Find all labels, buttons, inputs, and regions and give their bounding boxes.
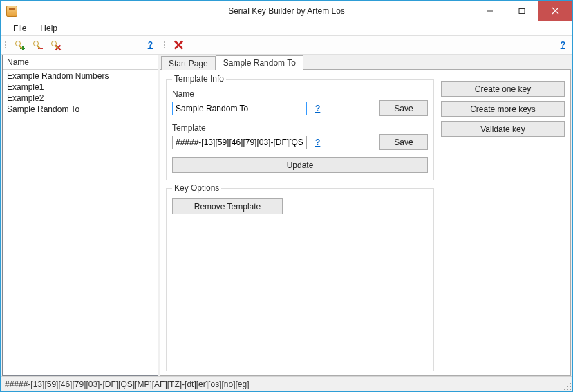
toolstrip-grip[interactable] [3, 38, 8, 52]
statusbar-text: #####-[13][59][46][79][03]-[DF][QS][MP][… [5, 380, 250, 389]
maximize-icon [518, 8, 525, 15]
template-list[interactable]: Name Example Random Numbers Example1 Exa… [2, 55, 158, 376]
template-list-body: Example Random Numbers Example1 Example2… [3, 70, 158, 375]
template-help[interactable]: ? [311, 138, 324, 147]
close-tab-icon [173, 39, 184, 50]
template-label: Template [172, 123, 428, 133]
left-panel: Name Example Random Numbers Example1 Exa… [2, 55, 158, 376]
right-toolstrip: ? [160, 36, 572, 54]
app-window: Serial Key Builder by Artem Los File Hel… [0, 0, 573, 392]
window-controls [474, 1, 572, 21]
svg-rect-1 [519, 8, 525, 13]
remove-template-button[interactable] [30, 37, 45, 53]
minimize-icon [487, 8, 494, 15]
key-remove-icon [32, 39, 43, 50]
left-toolstrip-help[interactable]: ? [144, 40, 157, 50]
list-item[interactable]: Example1 [3, 82, 158, 93]
template-input[interactable] [172, 136, 307, 149]
template-list-header[interactable]: Name [3, 55, 158, 70]
tab-start-page[interactable]: Start Page [161, 56, 216, 70]
tabs-row: Start Page Sample Random To [160, 55, 571, 69]
update-button[interactable]: Update [172, 157, 428, 173]
key-options-group: Key Options Remove Template [166, 183, 434, 371]
content-area: ? ? Name Example Random Numbers Example1 [1, 35, 572, 391]
minimize-button[interactable] [474, 1, 506, 21]
toolstrip-row: ? ? [1, 35, 572, 55]
validate-key-button[interactable]: Validate key [441, 121, 565, 137]
app-icon [6, 6, 17, 17]
right-area: Start Page Sample Random To Template Inf… [160, 55, 571, 376]
window-title: Serial Key Builder by Artem Los [228, 6, 345, 16]
list-item[interactable]: Example2 [3, 93, 158, 104]
tab-sample-random-to[interactable]: Sample Random To [216, 55, 303, 70]
panel-left-column: Template Info Name ? Save Template [166, 74, 434, 371]
toolstrip-grip-right[interactable] [162, 38, 167, 52]
create-one-key-button[interactable]: Create one key [441, 81, 565, 97]
key-delete-icon [50, 39, 61, 50]
delete-template-button[interactable] [48, 37, 63, 53]
name-help[interactable]: ? [311, 104, 324, 113]
menu-help[interactable]: Help [33, 22, 64, 35]
remove-template-button[interactable]: Remove Template [172, 198, 283, 214]
name-label: Name [172, 89, 428, 99]
close-tab-button[interactable] [171, 37, 186, 53]
close-button[interactable] [538, 1, 572, 21]
add-template-button[interactable] [12, 37, 27, 53]
menu-file[interactable]: File [6, 22, 33, 35]
template-info-group: Template Info Name ? Save Template [166, 74, 434, 180]
titlebar[interactable]: Serial Key Builder by Artem Los [1, 1, 572, 21]
key-add-icon [14, 39, 25, 50]
right-toolstrip-help[interactable]: ? [556, 40, 570, 50]
left-toolstrip: ? [1, 36, 160, 54]
body-row: Name Example Random Numbers Example1 Exa… [1, 55, 572, 376]
template-save-button[interactable]: Save [379, 134, 428, 150]
template-info-legend: Template Info [172, 74, 226, 84]
tab-panel: Template Info Name ? Save Template [160, 69, 571, 376]
name-input[interactable] [172, 102, 307, 115]
close-icon [552, 7, 559, 15]
panel-right-column: Create one key Create more keys Validate… [441, 74, 565, 371]
maximize-button[interactable] [506, 1, 538, 21]
statusbar: #####-[13][59][46][79][03]-[DF][QS][MP][… [1, 376, 572, 391]
list-item[interactable]: Example Random Numbers [3, 71, 158, 82]
name-save-button[interactable]: Save [379, 100, 428, 116]
create-more-keys-button[interactable]: Create more keys [441, 101, 565, 117]
menubar: File Help [1, 21, 572, 35]
resize-grip[interactable] [563, 382, 571, 390]
list-item[interactable]: Sample Random To [3, 104, 158, 115]
key-options-legend: Key Options [172, 183, 221, 193]
